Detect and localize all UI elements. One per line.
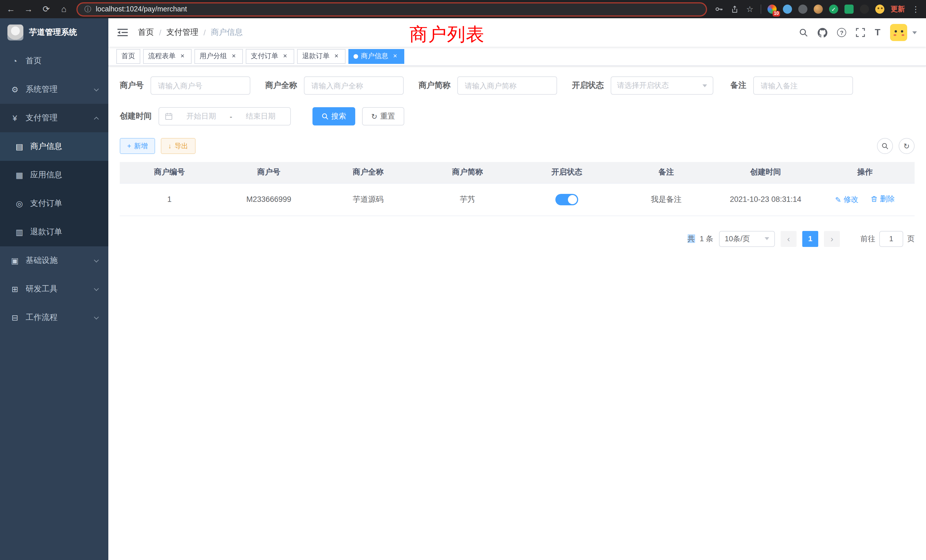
bookmark-star-icon[interactable]: ☆ (745, 5, 754, 14)
sidebar-item-system[interactable]: ⚙ 系统管理 (0, 75, 108, 104)
page-1-button[interactable]: 1 (802, 231, 818, 247)
cell-short-name: 芋艿 (418, 183, 517, 216)
password-key-icon[interactable] (714, 5, 723, 14)
filter-row-1: 商户号 商户全称 商户简称 开启状态 请选择开启状态 (120, 76, 915, 95)
breadcrumb-home[interactable]: 首页 (138, 27, 154, 38)
github-icon[interactable] (818, 28, 828, 37)
search-button[interactable]: 搜索 (312, 107, 355, 126)
filter-label: 创建时间 (120, 111, 152, 121)
sidebar-item-refund-order[interactable]: ▥ 退款订单 (0, 218, 108, 246)
extension-icon-green-check[interactable]: ✓ (829, 5, 838, 14)
extension-icon-gray[interactable] (798, 5, 807, 14)
breadcrumb-separator: / (204, 28, 206, 37)
share-icon[interactable] (730, 5, 739, 14)
status-toggle[interactable] (555, 194, 578, 205)
add-button[interactable]: + 新增 (120, 138, 155, 154)
extension-badge: 10 (773, 11, 780, 17)
extension-icon-avatar[interactable] (814, 5, 823, 14)
sidebar-item-merchant-info[interactable]: ▤ 商户信息 (0, 132, 108, 161)
delete-link[interactable]: 删除 (871, 194, 895, 204)
sidebar-item-devtools[interactable]: ⊞ 研发工具 (0, 275, 108, 303)
extension-icon-emoji[interactable] (875, 5, 884, 14)
calendar-icon (165, 112, 173, 120)
fullscreen-icon[interactable] (856, 28, 865, 37)
browser-menu-icon[interactable]: ⋮ (911, 5, 920, 14)
close-icon[interactable]: × (281, 52, 289, 60)
tab-process-form[interactable]: 流程表单 × (143, 49, 192, 64)
grid-icon: ▦ (15, 171, 24, 180)
extension-icon-knot[interactable] (860, 5, 869, 14)
font-size-icon[interactable]: T (875, 27, 881, 38)
sidebar-item-home[interactable]: ◔ 首页 (0, 47, 108, 75)
tab-user-group[interactable]: 用户分组 × (194, 49, 243, 64)
close-icon[interactable]: × (333, 52, 340, 60)
download-icon: ↓ (168, 142, 172, 150)
full-name-input[interactable] (304, 76, 404, 95)
close-icon[interactable]: × (179, 52, 186, 60)
sidebar-fold-icon[interactable] (118, 27, 128, 38)
remark-input[interactable] (753, 76, 853, 95)
extension-icon-colorful[interactable]: 10 (767, 5, 776, 14)
sidebar-item-pay-order[interactable]: ◎ 支付订单 (0, 189, 108, 218)
tab-home[interactable]: 首页 (117, 49, 140, 64)
export-button[interactable]: ↓ 导出 (161, 138, 195, 154)
address-bar[interactable]: ⓘ localhost:1024/pay/merchant (76, 2, 707, 16)
url-text: localhost:1024/pay/merchant (96, 5, 187, 13)
sidebar-item-label: 商户信息 (30, 141, 62, 152)
briefcase-icon: ⊟ (10, 313, 20, 322)
sidebar-item-workflow[interactable]: ⊟ 工作流程 (0, 303, 108, 332)
filter-label: 开启状态 (572, 80, 604, 91)
extension-icon-blue[interactable] (783, 5, 792, 14)
refresh-table-button[interactable]: ↻ (899, 138, 915, 154)
status-select[interactable]: 请选择开启状态 (611, 76, 713, 95)
reload-button[interactable]: ⟳ (41, 4, 51, 14)
next-page-button[interactable]: › (824, 231, 840, 247)
toggle-search-button[interactable] (877, 138, 893, 154)
forward-button[interactable]: → (23, 4, 34, 14)
tab-label: 支付订单 (251, 51, 278, 61)
search-icon[interactable] (799, 28, 808, 37)
filter-merchant-no: 商户号 (120, 76, 250, 95)
date-separator: - (230, 112, 232, 121)
page-size-select[interactable]: 10条/页 (719, 231, 775, 247)
date-range-input[interactable]: 开始日期 - 结束日期 (159, 107, 291, 126)
user-avatar[interactable] (890, 24, 907, 41)
app-title: 芋道管理系统 (29, 27, 77, 38)
search-icon (322, 113, 328, 120)
home-button[interactable]: ⌂ (59, 4, 69, 14)
extension-icon-green-square[interactable] (844, 5, 853, 14)
avatar-caret-icon[interactable] (912, 31, 917, 34)
top-navbar: 首页 / 支付管理 / 商户信息 ? (108, 18, 926, 47)
prev-page-button[interactable]: ‹ (781, 231, 797, 247)
tab-pay-order[interactable]: 支付订单 × (246, 49, 294, 64)
reset-button[interactable]: ↻ 重置 (362, 107, 404, 126)
sidebar-item-app-info[interactable]: ▦ 应用信息 (0, 161, 108, 189)
short-name-input[interactable] (457, 76, 557, 95)
goto-label: 前往 (861, 233, 875, 244)
col-remark: 备注 (617, 162, 716, 183)
close-icon[interactable]: × (230, 52, 238, 60)
cell-merchant-id: 1 (120, 183, 219, 216)
breadcrumb-payment[interactable]: 支付管理 (166, 27, 198, 38)
date-end-placeholder: 结束日期 (237, 111, 284, 121)
app-logo[interactable]: 芋道管理系统 (0, 18, 108, 47)
close-icon[interactable]: × (391, 52, 399, 60)
tab-merchant-info[interactable]: 商户信息 × (348, 49, 404, 64)
help-icon[interactable]: ? (837, 28, 846, 37)
edit-link[interactable]: ✎ 修改 (835, 195, 858, 205)
cell-actions: ✎ 修改 删除 (816, 183, 915, 216)
sidebar-item-payment[interactable]: ¥ 支付管理 (0, 104, 108, 132)
goto-page-input[interactable] (879, 231, 903, 247)
navbar-actions: ? T (799, 24, 917, 41)
total-prefix: 共 (687, 234, 695, 243)
merchant-no-input[interactable] (151, 76, 250, 95)
site-info-icon[interactable]: ⓘ (85, 4, 91, 14)
sidebar-item-infrastructure[interactable]: ▣ 基础设施 (0, 246, 108, 275)
browser-update-button[interactable]: 更新 (891, 4, 905, 14)
back-button[interactable]: ← (6, 4, 16, 14)
reset-button-label: 重置 (380, 111, 395, 121)
tab-label: 流程表单 (148, 51, 176, 61)
payment-submenu: ▤ 商户信息 ▦ 应用信息 ◎ 支付订单 ▥ 退款订单 (0, 132, 108, 246)
total-rest: 1 条 (700, 234, 713, 243)
tab-refund-order[interactable]: 退款订单 × (297, 49, 345, 64)
